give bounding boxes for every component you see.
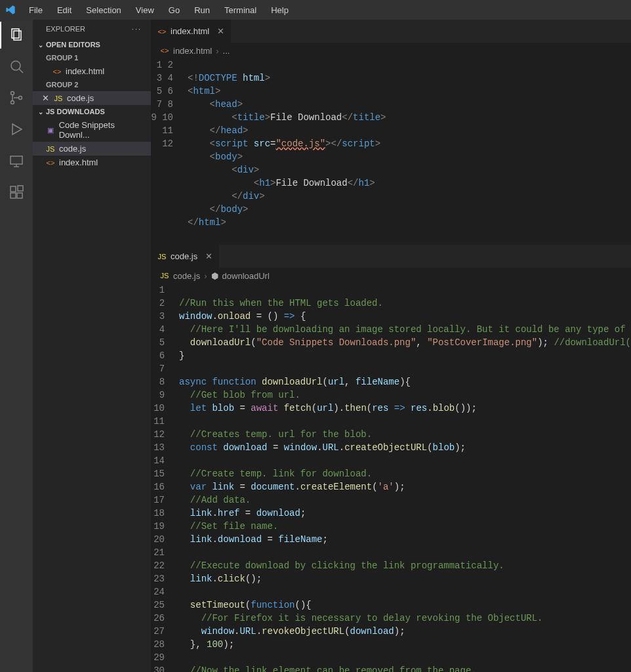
editor-area: <> index.html ✕ <> index.html › ... 1 2 … <box>151 20 631 672</box>
menu-go[interactable]: Go <box>163 3 185 18</box>
line-numbers: 1 2 3 4 5 6 7 8 9 10 11 12 13 14 15 16 1… <box>151 284 175 672</box>
code-content[interactable]: <!DOCTYPE html> <html> <head> <title>Fil… <box>184 58 631 245</box>
close-icon[interactable]: ✕ <box>217 26 224 36</box>
breadcrumb-file: index.html <box>173 46 212 56</box>
sidebar-title: EXPLORER ··· <box>33 20 151 38</box>
activity-bar <box>0 20 33 672</box>
tab-label: code.js <box>171 251 197 261</box>
remote-icon[interactable] <box>8 152 25 169</box>
close-icon[interactable]: ✕ <box>41 93 50 103</box>
js-file-icon: JS <box>160 271 169 280</box>
file-label: Code Snippets Downl... <box>59 120 146 140</box>
search-icon[interactable] <box>8 58 25 75</box>
svg-point-4 <box>11 92 14 95</box>
html-file-icon: <> <box>52 67 62 76</box>
tab-indexhtml[interactable]: <> index.html ✕ <box>151 20 232 43</box>
tabs-group-2: JS code.js ✕ <box>151 245 631 268</box>
breadcrumb-more: ... <box>223 46 230 56</box>
js-file-icon: JS <box>157 252 167 261</box>
vscode-logo-icon <box>5 5 16 15</box>
breadcrumb-1[interactable]: <> index.html › ... <box>151 43 631 58</box>
source-control-icon[interactable] <box>8 89 25 106</box>
svg-rect-13 <box>18 186 23 191</box>
svg-point-5 <box>11 101 14 104</box>
svg-rect-0 <box>12 29 19 38</box>
tab-codejs[interactable]: JS code.js ✕ <box>151 245 220 268</box>
editor-group-1: <> index.html ✕ <> index.html › ... 1 2 … <box>151 20 631 245</box>
file-label: code.js <box>67 93 94 103</box>
svg-line-3 <box>19 69 23 73</box>
explorer-sidebar: EXPLORER ··· ⌄ OPEN EDITORS GROUP 1 <> i… <box>33 20 151 672</box>
line-numbers: 1 2 3 4 5 6 7 8 9 10 11 12 <box>151 58 184 245</box>
menu-selection[interactable]: Selection <box>81 3 126 18</box>
editor-group-2: JS code.js ✕ JS code.js › ⬢ downloadUrl … <box>151 245 631 672</box>
html-file-icon: <> <box>160 46 169 55</box>
open-editors-section[interactable]: ⌄ OPEN EDITORS <box>33 38 151 51</box>
project-file-snippets[interactable]: ▣ Code Snippets Downl... <box>33 118 151 142</box>
project-file-indexhtml[interactable]: <> index.html <box>33 156 151 169</box>
file-label: code.js <box>59 144 86 154</box>
group-1-label: GROUP 1 <box>33 51 151 64</box>
tabs-group-1: <> index.html ✕ <box>151 20 631 43</box>
file-label: index.html <box>59 158 98 167</box>
js-file-icon: JS <box>46 144 55 154</box>
close-icon[interactable]: ✕ <box>205 251 213 261</box>
extensions-icon[interactable] <box>8 184 25 201</box>
chevron-right-icon: › <box>216 46 218 56</box>
project-section-label: JS DOWNLOADS <box>46 108 105 116</box>
menu-edit[interactable]: Edit <box>52 3 77 18</box>
tab-label: index.html <box>171 26 209 36</box>
open-editor-codejs[interactable]: ✕ JS code.js <box>33 91 151 105</box>
open-editors-label: OPEN EDITORS <box>46 41 100 49</box>
project-section[interactable]: ⌄ JS DOWNLOADS <box>33 105 151 118</box>
code-editor-2[interactable]: 1 2 3 4 5 6 7 8 9 10 11 12 13 14 15 16 1… <box>151 284 631 672</box>
menu-file[interactable]: File <box>24 3 48 18</box>
menu-run[interactable]: Run <box>189 3 215 18</box>
chevron-down-icon: ⌄ <box>38 41 43 49</box>
svg-point-2 <box>11 61 20 70</box>
method-icon: ⬢ <box>211 271 218 281</box>
code-content[interactable]: //Run this when the HTML gets loaded. wi… <box>175 284 631 672</box>
code-editor-1[interactable]: 1 2 3 4 5 6 7 8 9 10 11 12 <!DOCTYPE htm… <box>151 58 631 245</box>
html-file-icon: <> <box>157 27 167 36</box>
image-file-icon: ▣ <box>46 125 55 135</box>
breadcrumb-2[interactable]: JS code.js › ⬢ downloadUrl <box>151 268 631 284</box>
more-icon[interactable]: ··· <box>132 25 142 33</box>
svg-rect-10 <box>10 186 16 192</box>
open-editor-indexhtml[interactable]: <> index.html <box>33 64 151 78</box>
explorer-icon[interactable] <box>8 26 25 43</box>
svg-rect-1 <box>14 31 21 40</box>
svg-point-6 <box>19 96 22 100</box>
run-debug-icon[interactable] <box>8 121 25 138</box>
chevron-right-icon: › <box>204 271 207 281</box>
svg-rect-11 <box>10 193 16 198</box>
explorer-label: EXPLORER <box>46 25 85 33</box>
chevron-down-icon: ⌄ <box>38 108 43 116</box>
html-file-icon: <> <box>46 158 55 167</box>
project-file-codejs[interactable]: JS code.js <box>33 142 151 156</box>
menu-help[interactable]: Help <box>266 3 294 18</box>
menubar: File Edit Selection View Go Run Terminal… <box>0 0 631 20</box>
svg-rect-7 <box>10 156 22 164</box>
breadcrumb-symbol: downloadUrl <box>222 271 270 281</box>
menu-view[interactable]: View <box>131 3 159 18</box>
group-2-label: GROUP 2 <box>33 78 151 91</box>
file-label: index.html <box>66 66 104 76</box>
breadcrumb-file: code.js <box>173 271 200 281</box>
js-file-icon: JS <box>54 94 63 103</box>
menu-terminal[interactable]: Terminal <box>219 3 262 18</box>
svg-rect-12 <box>17 193 22 198</box>
